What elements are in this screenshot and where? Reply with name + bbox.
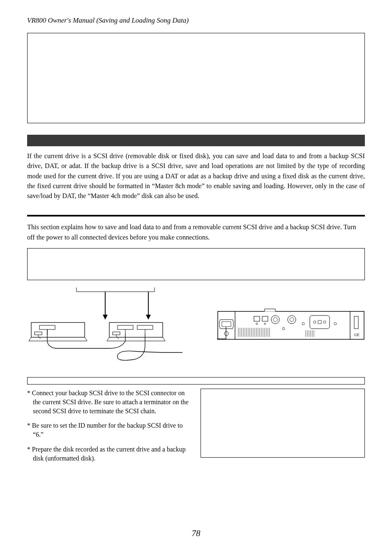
svg-rect-11	[39, 325, 55, 329]
page-header: VR800 Owner's Manual (Saving and Loading…	[27, 16, 365, 25]
svg-rect-27	[265, 309, 275, 311]
svg-point-37	[282, 327, 285, 330]
svg-rect-13	[109, 322, 163, 337]
section-paragraph: This section explains how to save and lo…	[27, 222, 365, 242]
svg-point-31	[256, 323, 258, 325]
svg-rect-7	[31, 322, 85, 337]
svg-point-40	[323, 321, 326, 323]
svg-point-26	[224, 332, 228, 336]
svg-point-35	[288, 315, 296, 324]
svg-point-34	[273, 318, 277, 322]
blank-box-right	[201, 389, 365, 458]
blank-box-thin	[27, 377, 365, 385]
svg-line-9	[85, 337, 87, 341]
svg-rect-18	[137, 325, 153, 329]
svg-rect-41	[318, 320, 321, 324]
svg-text:CE: CE	[354, 333, 360, 337]
svg-rect-12	[35, 332, 42, 335]
svg-point-33	[271, 315, 279, 324]
svg-rect-69	[354, 316, 358, 329]
bullet-2: * Be sure to set the ID number for the b…	[27, 421, 191, 439]
svg-marker-6	[146, 315, 151, 320]
bullet-1: * Connect your backup SCSI drive to the …	[27, 389, 191, 415]
svg-point-36	[290, 318, 294, 322]
page-number: 78	[0, 528, 392, 539]
svg-point-38	[302, 322, 304, 325]
svg-line-15	[163, 337, 165, 341]
bullet-3: * Prepare the disk recorded as the curre…	[27, 445, 191, 463]
svg-point-32	[264, 323, 266, 325]
blank-box-top	[27, 33, 365, 123]
svg-line-8	[29, 337, 31, 341]
svg-line-14	[107, 337, 109, 341]
svg-rect-30	[262, 316, 268, 321]
svg-rect-17	[118, 325, 133, 329]
scsi-drive-diagram	[27, 288, 183, 370]
svg-marker-4	[103, 315, 108, 320]
svg-point-39	[314, 321, 316, 323]
svg-rect-25	[222, 322, 231, 327]
svg-point-42	[334, 322, 337, 325]
svg-rect-29	[254, 316, 260, 321]
blank-box-mid	[27, 248, 365, 280]
intro-paragraph: If the current drive is a SCSI drive (re…	[27, 151, 365, 201]
vr800-rear-diagram: CE	[217, 304, 365, 353]
bullet-list: * Connect your backup SCSI drive to the …	[27, 389, 191, 469]
section-divider-bar	[27, 135, 365, 146]
horizontal-rule	[27, 215, 365, 216]
svg-rect-19	[113, 332, 120, 335]
